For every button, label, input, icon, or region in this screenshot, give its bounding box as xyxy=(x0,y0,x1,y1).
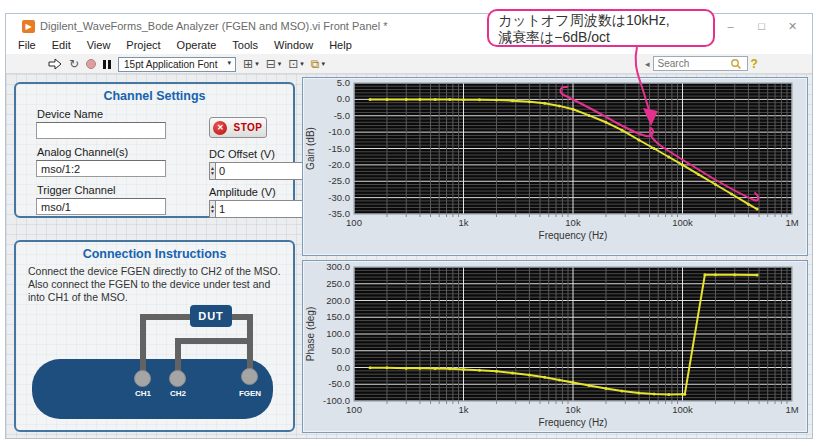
align-objects-icon: ⊞ xyxy=(243,55,253,73)
search-icon xyxy=(730,58,742,70)
annotation-line1: カットオフ周波数は10kHz, xyxy=(498,12,713,29)
toolbar-collapse-icon[interactable]: ◂ xyxy=(645,59,650,69)
front-panel: Channel Settings Device Name ✕ STOP Anal… xyxy=(6,74,812,438)
stop-button[interactable]: ✕ STOP xyxy=(209,117,267,138)
svg-text:10k: 10k xyxy=(565,217,581,228)
chevron-down-icon: ▾ xyxy=(228,59,232,71)
device-name-field[interactable] xyxy=(36,122,166,139)
annotation-callout: カットオフ周波数は10kHz, 減衰率は−6dB/oct xyxy=(487,9,715,47)
decrement-icon[interactable]: ▼ xyxy=(210,209,215,214)
stop-x-icon: ✕ xyxy=(213,121,227,135)
toolbar: ↻ 15pt Application Font ▾ ⊞ ▾ ⊟ ▾ ⊡ ▾ xyxy=(6,54,812,74)
ch1-port xyxy=(134,370,151,387)
svg-text:Frequency (Hz): Frequency (Hz) xyxy=(539,230,608,241)
trigger-channel-label: Trigger Channel xyxy=(37,184,115,196)
font-selector-value: 15pt Application Font xyxy=(124,59,217,71)
ch1-port-label: CH1 xyxy=(135,389,151,398)
close-button[interactable]: ✕ xyxy=(777,14,808,38)
channel-settings-panel: Channel Settings Device Name ✕ STOP Anal… xyxy=(14,82,295,218)
connection-instructions-title: Connection Instructions xyxy=(16,247,293,261)
screenshot-root: ▶ Digilent_WaveForms_Bode Analyzer (FGEN… xyxy=(0,0,816,446)
menu-item-edit[interactable]: Edit xyxy=(44,38,79,54)
svg-text:300.0: 300.0 xyxy=(326,261,350,272)
dc-offset-control: ▲ ▼ xyxy=(209,162,259,180)
svg-text:5.0: 5.0 xyxy=(337,78,350,88)
stop-button-label: STOP xyxy=(233,122,262,133)
svg-text:50.0: 50.0 xyxy=(332,345,351,356)
svg-text:0.0: 0.0 xyxy=(337,362,350,373)
annotation-line2: 減衰率は−6dB/oct xyxy=(498,29,713,46)
svg-text:200.0: 200.0 xyxy=(326,295,350,306)
analog-channels-field[interactable] xyxy=(36,160,166,177)
dc-offset-label: DC Offset (V) xyxy=(209,148,275,160)
minimize-button[interactable]: – xyxy=(715,14,746,38)
svg-text:Frequency (Hz): Frequency (Hz) xyxy=(539,417,608,428)
svg-text:0.0: 0.0 xyxy=(337,93,350,104)
align-objects-button[interactable]: ⊞ ▾ xyxy=(243,55,259,73)
chevron-down-icon: ▾ xyxy=(300,60,304,68)
fgen-port xyxy=(241,368,258,385)
maximize-button[interactable]: □ xyxy=(746,14,777,38)
dc-offset-stepper[interactable]: ▲ ▼ xyxy=(209,162,216,180)
wire-ch1-horizontal xyxy=(140,314,192,320)
menu-item-help[interactable]: Help xyxy=(321,38,360,54)
phase-chart: 300.0250.0200.0150.0100.050.00.0-50.0-10… xyxy=(302,260,808,433)
font-selector[interactable]: 15pt Application Font ▾ xyxy=(118,57,236,72)
chevron-down-icon: ▾ xyxy=(255,60,259,68)
svg-text:250.0: 250.0 xyxy=(326,278,350,289)
dut-box: DUT xyxy=(190,305,232,327)
resize-objects-icon: ⊡ xyxy=(288,55,298,73)
svg-text:-30.0: -30.0 xyxy=(328,192,350,203)
svg-text:-5.0: -5.0 xyxy=(334,110,350,121)
search-input[interactable] xyxy=(654,58,730,69)
svg-text:-25.0: -25.0 xyxy=(328,175,350,186)
distribute-objects-button[interactable]: ⊟ ▾ xyxy=(266,55,282,73)
distribute-objects-icon: ⊟ xyxy=(266,55,276,73)
menu-item-file[interactable]: File xyxy=(10,38,44,54)
menu-item-tools[interactable]: Tools xyxy=(224,38,266,54)
svg-text:100k: 100k xyxy=(672,404,693,415)
run-continuous-button[interactable]: ↻ xyxy=(69,55,79,73)
amplitude-label: Amplitude (V) xyxy=(209,186,276,198)
menu-item-view[interactable]: View xyxy=(79,38,119,54)
ch2-port-label: CH2 xyxy=(170,389,186,398)
gain-chart-plot: 5.00.0-5.0-10.0-15.0-20.0-25.0-30.0-35.0… xyxy=(303,78,809,257)
reorder-objects-button[interactable]: ⧉ ▾ xyxy=(311,55,325,73)
window-title: Digilent_WaveForms_Bode Analyzer (FGEN a… xyxy=(40,20,387,32)
decrement-icon[interactable]: ▼ xyxy=(210,171,215,176)
amplitude-control: ▲ ▼ xyxy=(209,200,259,218)
reorder-objects-icon: ⧉ xyxy=(311,55,320,73)
analog-channels-label: Analog Channel(s) xyxy=(37,146,128,158)
chevron-down-icon: ▾ xyxy=(321,60,325,68)
pause-button[interactable] xyxy=(103,60,111,69)
mso-device-shape xyxy=(32,359,273,419)
device-name-label: Device Name xyxy=(37,108,103,120)
resize-objects-button[interactable]: ⊡ ▾ xyxy=(288,55,304,73)
menu-item-project[interactable]: Project xyxy=(118,38,168,54)
channel-settings-title: Channel Settings xyxy=(16,89,293,103)
svg-text:-10.0: -10.0 xyxy=(328,126,350,137)
trigger-channel-field[interactable] xyxy=(36,198,166,215)
svg-text:100k: 100k xyxy=(672,217,693,228)
connection-instructions-panel: Connection Instructions Connect the devi… xyxy=(14,240,295,432)
menu-item-operate[interactable]: Operate xyxy=(169,38,225,54)
svg-text:1M: 1M xyxy=(785,217,798,228)
amplitude-stepper[interactable]: ▲ ▼ xyxy=(209,200,216,218)
abort-button[interactable] xyxy=(86,59,96,69)
labview-app-icon: ▶ xyxy=(22,20,35,33)
svg-text:150.0: 150.0 xyxy=(326,311,350,322)
labview-window: ▶ Digilent_WaveForms_Bode Analyzer (FGEN… xyxy=(6,14,812,438)
help-icon[interactable]: ? xyxy=(751,57,758,71)
svg-text:100.0: 100.0 xyxy=(326,328,350,339)
svg-text:100: 100 xyxy=(346,404,362,415)
chevron-down-icon: ▾ xyxy=(278,60,282,68)
svg-text:Phase (deg): Phase (deg) xyxy=(305,307,316,361)
connection-instructions-text: Connect the device FGEN directly to CH2 … xyxy=(28,265,286,304)
svg-text:-50.0: -50.0 xyxy=(328,378,350,389)
run-button[interactable] xyxy=(48,58,62,70)
search-field[interactable] xyxy=(653,56,748,71)
menu-item-window[interactable]: Window xyxy=(266,38,321,54)
svg-text:100: 100 xyxy=(346,217,362,228)
svg-text:-15.0: -15.0 xyxy=(328,143,350,154)
wire-fgen xyxy=(247,314,253,376)
